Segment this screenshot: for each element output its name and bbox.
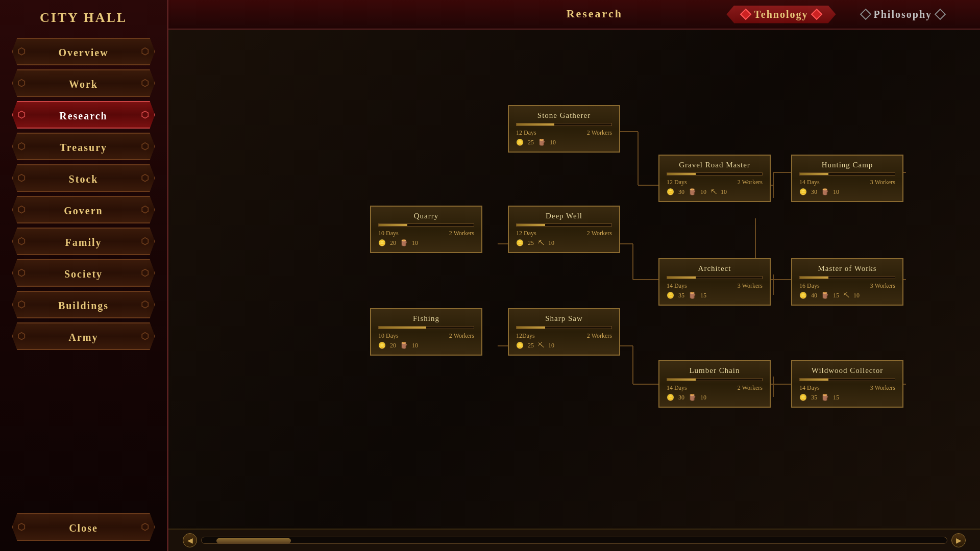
card-master-of-works-title: Master of Works xyxy=(799,264,895,273)
card-sharp-saw[interactable]: Sharp Saw 12Days 2 Workers 🪙25 ⛏10 xyxy=(508,308,620,356)
wood-icon: 🪵 xyxy=(821,188,829,196)
gold-icon: 🪙 xyxy=(799,292,807,299)
sidebar-item-society[interactable]: Society xyxy=(12,259,155,287)
topbar: Research Tehnology Philosophy xyxy=(168,0,980,30)
wood-icon: 🪵 xyxy=(689,188,696,196)
scroll-thumb[interactable] xyxy=(216,538,291,543)
fishing-progress-bg xyxy=(378,326,474,329)
tab-philosophy-label: Philosophy xyxy=(874,9,932,20)
card-wildwood-collector[interactable]: Wildwood Collector 14 Days 3 Workers 🪙35… xyxy=(791,360,903,408)
quarry-info: 10 Days 2 Workers xyxy=(378,230,474,237)
card-lumber-chain[interactable]: Lumber Chain 14 Days 2 Workers 🪙30 🪵10 xyxy=(658,360,771,408)
sidebar-item-family[interactable]: Family xyxy=(12,228,155,255)
fishing-resources: 🪙20 🪵10 xyxy=(378,342,474,349)
master-info: 16 Days 3 Workers xyxy=(799,282,895,290)
gravel-progress-bg xyxy=(667,172,763,176)
tab-philosophy[interactable]: Philosophy xyxy=(846,6,960,23)
wildwood-progress-fill xyxy=(800,379,828,381)
page-title: Research xyxy=(567,7,623,20)
lumber-resources: 🪙30 🪵10 xyxy=(667,394,763,402)
quarry-resources: 🪙20 🪵10 xyxy=(378,239,474,247)
main-panel: Research Tehnology Philosophy xyxy=(168,0,980,551)
wood-icon: 🪵 xyxy=(689,292,696,299)
card-gravel-road-master-title: Gravel Road Master xyxy=(667,161,763,169)
fishing-progress-fill xyxy=(379,327,426,329)
card-quarry-title: Quarry xyxy=(378,212,474,220)
gold-icon: 🪙 xyxy=(667,394,674,402)
gravel-resources: 🪙30 🪵10 ⛏10 xyxy=(667,188,763,196)
wood-icon: 🪵 xyxy=(538,139,546,146)
master-progress-bg xyxy=(799,276,895,279)
sharp-saw-info: 12Days 2 Workers xyxy=(516,332,612,340)
gold-icon: 🪙 xyxy=(516,139,524,146)
lumber-info: 14 Days 2 Workers xyxy=(667,384,763,392)
stone-gatherer-progress-fill xyxy=(517,123,554,126)
master-progress-fill xyxy=(800,277,828,279)
wildwood-info: 14 Days 3 Workers xyxy=(799,384,895,392)
wildwood-resources: 🪙35 🪵15 xyxy=(799,394,895,402)
scroll-right-button[interactable]: ▶ xyxy=(951,533,966,547)
sidebar-item-stock[interactable]: Stock xyxy=(12,164,155,192)
wildwood-progress-bg xyxy=(799,378,895,381)
gold-icon: 🪙 xyxy=(378,342,386,349)
card-deep-well-title: Deep Well xyxy=(516,212,612,220)
tab-technology[interactable]: Tehnology xyxy=(726,6,836,23)
architect-info: 14 Days 3 Workers xyxy=(667,282,763,290)
card-stone-gatherer-title: Stone Gatherer xyxy=(516,111,612,120)
lumber-progress-bg xyxy=(667,378,763,381)
sharp-saw-resources: 🪙25 ⛏10 xyxy=(516,342,612,349)
sidebar-item-army[interactable]: Army xyxy=(12,322,155,350)
scroll-track[interactable] xyxy=(201,537,947,544)
gold-icon: 🪙 xyxy=(378,239,386,247)
gold-icon: 🪙 xyxy=(799,188,807,196)
stone-icon: ⛏ xyxy=(843,292,849,299)
hunting-progress-bg xyxy=(799,172,895,176)
sidebar-title: CITY HALL xyxy=(40,10,127,26)
stone-gatherer-info: 12 Days 2 Workers xyxy=(516,129,612,137)
card-quarry[interactable]: Quarry 10 Days 2 Workers 🪙20 🪵10 xyxy=(370,206,482,253)
scroll-left-button[interactable]: ◀ xyxy=(183,533,197,547)
card-lumber-chain-title: Lumber Chain xyxy=(667,366,763,375)
deep-well-progress-fill xyxy=(517,224,545,226)
hunting-resources: 🪙30 🪵10 xyxy=(799,188,895,196)
sidebar-item-buildings[interactable]: Buildings xyxy=(12,291,155,318)
stone-icon: ⛏ xyxy=(710,188,717,196)
stone-icon: ⛏ xyxy=(538,342,544,349)
architect-progress-fill xyxy=(667,277,696,279)
deep-well-resources: 🪙25 ⛏10 xyxy=(516,239,612,247)
deep-well-progress-bg xyxy=(516,223,612,227)
card-wildwood-collector-title: Wildwood Collector xyxy=(799,366,895,375)
sidebar-item-overview[interactable]: Overview xyxy=(12,38,155,65)
card-hunting-camp[interactable]: Hunting Camp 14 Days 3 Workers 🪙30 🪵10 xyxy=(791,155,903,202)
gold-icon: 🪙 xyxy=(799,394,807,402)
stone-gatherer-progress-bg xyxy=(516,123,612,126)
card-stone-gatherer[interactable]: Stone Gatherer 12 Days 2 Workers 🪙25 🪵10 xyxy=(508,105,620,153)
quarry-progress-bg xyxy=(378,223,474,227)
lumber-progress-fill xyxy=(667,379,696,381)
gravel-progress-fill xyxy=(667,173,696,175)
sidebar: CITY HALL Overview Work Research Treasur… xyxy=(0,0,168,551)
deep-well-info: 12 Days 2 Workers xyxy=(516,230,612,237)
gold-icon: 🪙 xyxy=(667,292,674,299)
sidebar-item-treasury[interactable]: Treasury xyxy=(12,133,155,160)
wood-icon: 🪵 xyxy=(400,239,408,247)
card-gravel-road-master[interactable]: Gravel Road Master 12 Days 2 Workers 🪙30… xyxy=(658,155,771,202)
sidebar-item-work[interactable]: Work xyxy=(12,69,155,97)
hunting-info: 14 Days 3 Workers xyxy=(799,179,895,186)
card-deep-well[interactable]: Deep Well 12 Days 2 Workers 🪙25 ⛏10 xyxy=(508,206,620,253)
sidebar-item-govern[interactable]: Govern xyxy=(12,196,155,223)
close-button[interactable]: Close xyxy=(12,513,155,541)
card-architect[interactable]: Architect 14 Days 3 Workers 🪙35 🪵15 xyxy=(658,258,771,306)
card-master-of-works[interactable]: Master of Works 16 Days 3 Workers 🪙40 🪵1… xyxy=(791,258,903,306)
architect-resources: 🪙35 🪵15 xyxy=(667,292,763,299)
tab-technology-label: Tehnology xyxy=(754,9,808,20)
tab-philosophy-diamond-left xyxy=(860,9,871,20)
sharp-saw-progress-bg xyxy=(516,326,612,329)
card-fishing[interactable]: Fishing 10 Days 2 Workers 🪙20 🪵10 xyxy=(370,308,482,356)
hunting-progress-fill xyxy=(800,173,828,175)
wood-icon: 🪵 xyxy=(400,342,408,349)
scrollbar-area: ◀ ▶ xyxy=(168,529,980,551)
stone-gatherer-resources: 🪙25 🪵10 xyxy=(516,139,612,146)
gold-icon: 🪙 xyxy=(667,188,674,196)
sidebar-item-research[interactable]: Research xyxy=(12,101,155,129)
